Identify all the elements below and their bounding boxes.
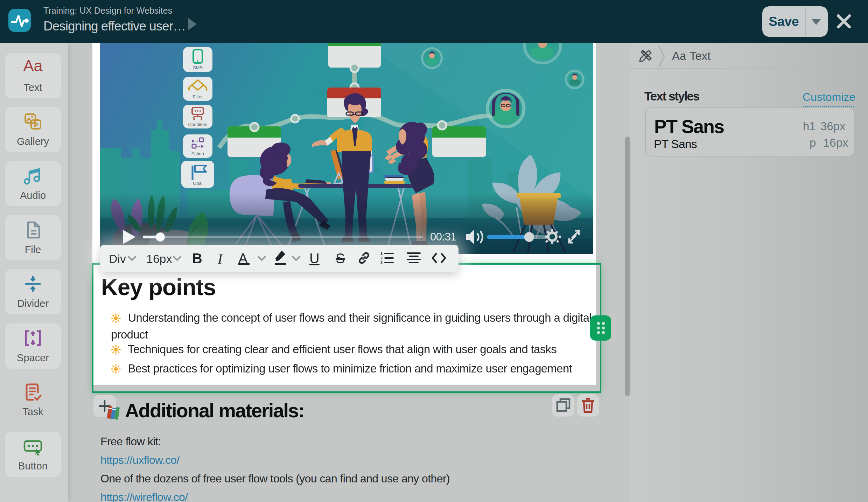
svg-text:3: 3 bbox=[380, 260, 383, 265]
svg-text:1: 1 bbox=[380, 251, 383, 256]
svg-text:00:31: 00:31 bbox=[430, 231, 456, 243]
svg-text:2: 2 bbox=[380, 256, 383, 260]
